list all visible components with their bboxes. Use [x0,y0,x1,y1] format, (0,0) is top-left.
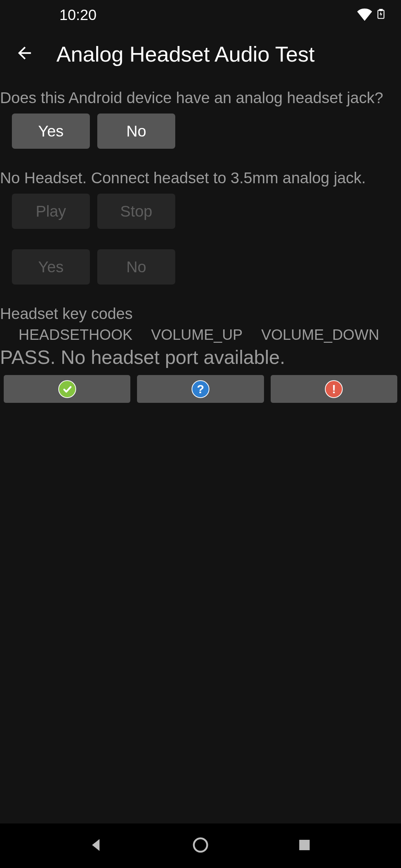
svg-rect-1 [380,9,382,11]
keycode-row: HEADSETHOOK VOLUME_UP VOLUME_DOWN [0,326,401,343]
stop-button: Stop [97,194,175,229]
question-button-row: Yes No [0,114,401,149]
pass-button[interactable] [4,375,130,403]
nav-home-icon[interactable] [192,836,209,855]
nav-recent-icon[interactable] [296,836,313,855]
checkmark-icon [58,380,76,398]
keycode-headsethook: HEADSETHOOK [19,326,133,343]
keycodes-label: Headset key codes [0,305,401,323]
wifi-icon [357,7,372,23]
fail-button[interactable]: ! [271,375,397,403]
battery-charging-icon [376,7,386,23]
back-arrow-icon[interactable] [15,43,34,64]
play-button: Play [12,194,90,229]
system-nav-bar [0,823,401,868]
app-bar: Analog Headset Audio Test [0,30,401,78]
keycode-volume-up: VOLUME_UP [151,326,243,343]
confirm-button-row: Yes No [0,249,401,285]
result-text: PASS. No headset port available. [0,346,401,368]
keycode-volume-down: VOLUME_DOWN [261,326,379,343]
status-icons [357,7,386,23]
page-title: Analog Headset Audio Test [56,42,314,66]
status-bar: 10:20 [0,0,401,30]
confirm-yes-button: Yes [12,249,90,285]
confirm-no-button: No [97,249,175,285]
info-button[interactable]: ? [137,375,264,403]
status-time: 10:20 [59,7,97,23]
content-area: Does this Android device have an analog … [0,78,401,403]
nav-back-icon[interactable] [88,836,105,855]
result-action-row: ? ! [0,368,401,403]
has-jack-no-button[interactable]: No [97,114,175,149]
playback-button-row: Play Stop [0,194,401,229]
instruction-text: No Headset. Connect headset to 3.5mm ana… [0,169,401,194]
svg-rect-3 [299,840,310,850]
question-icon: ? [192,380,209,398]
svg-point-2 [194,838,207,852]
exclamation-icon: ! [325,380,343,398]
has-jack-yes-button[interactable]: Yes [12,114,90,149]
question-text: Does this Android device have an analog … [0,89,401,114]
